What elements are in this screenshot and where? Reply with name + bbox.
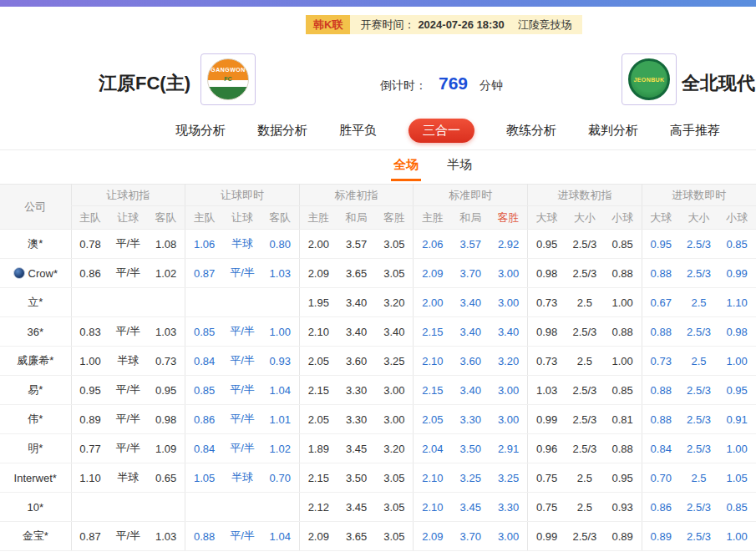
odds-cell[interactable]: 1.00 [261,317,300,347]
odds-cell[interactable]: 2.5/3 [680,522,718,551]
odds-cell[interactable]: 2.09 [414,522,452,551]
company-cell[interactable]: Crow* [0,259,71,288]
odds-cell[interactable]: 0.88 [642,317,680,347]
odds-cell[interactable]: 3.60 [451,347,490,376]
odds-cell[interactable]: 1.05 [718,463,756,493]
odds-cell[interactable]: 平/半 [223,259,261,288]
odds-cell[interactable]: 3.00 [490,259,528,288]
odds-cell[interactable]: 0.88 [642,405,680,434]
scope-tab-2[interactable]: 半场 [444,150,474,181]
odds-cell[interactable]: 平/半 [223,376,261,405]
nav-tab-3[interactable]: 胜平负 [339,123,377,139]
odds-cell[interactable]: 平/半 [223,434,261,463]
odds-cell[interactable]: 3.45 [451,493,490,522]
odds-cell[interactable]: 1.00 [718,434,756,463]
nav-tab-6[interactable]: 裁判分析 [588,123,638,139]
odds-cell[interactable]: 0.86 [642,493,680,522]
odds-cell[interactable]: 0.85 [185,376,224,405]
company-cell[interactable]: 36* [0,317,71,347]
odds-cell[interactable]: 1.01 [261,405,300,434]
odds-cell[interactable]: 0.80 [261,230,300,259]
odds-cell[interactable]: 1.05 [185,463,224,493]
odds-cell[interactable]: 3.57 [451,230,490,259]
odds-cell[interactable]: 平/半 [223,522,261,551]
odds-cell[interactable]: 0.86 [185,405,224,434]
odds-cell[interactable] [185,493,224,522]
nav-tab-1[interactable]: 现场分析 [175,123,226,139]
odds-cell[interactable]: 0.85 [718,493,756,522]
nav-tab-7[interactable]: 高手推荐 [670,123,720,139]
odds-cell[interactable]: 0.98 [718,317,756,347]
odds-cell[interactable]: 2.10 [414,347,452,376]
odds-cell[interactable]: 2.09 [414,259,452,288]
odds-cell[interactable]: 3.00 [490,288,528,317]
odds-cell[interactable]: 0.88 [642,376,680,405]
odds-cell[interactable]: 3.70 [451,259,490,288]
company-cell[interactable]: 澳* [0,230,71,259]
odds-cell[interactable]: 2.5/3 [680,259,718,288]
company-cell[interactable]: 金宝* [0,522,71,551]
company-cell[interactable]: 明* [0,434,71,463]
odds-cell[interactable]: 2.5 [680,463,718,493]
odds-cell[interactable]: 2.5 [680,347,718,376]
odds-cell[interactable]: 半球 [223,463,261,493]
odds-cell[interactable]: 0.84 [185,434,224,463]
odds-cell[interactable]: 0.89 [642,522,680,551]
scope-tab-1[interactable]: 全场 [391,150,421,181]
nav-tab-4[interactable]: 三合一 [408,119,474,143]
odds-cell[interactable]: 1.04 [261,376,300,405]
odds-cell[interactable]: 2.15 [414,317,452,347]
odds-cell[interactable]: 3.40 [451,376,490,405]
odds-cell[interactable]: 0.93 [261,347,300,376]
odds-cell[interactable]: 0.95 [642,230,680,259]
odds-cell[interactable]: 2.15 [414,376,452,405]
odds-cell[interactable]: 1.06 [185,230,224,259]
odds-cell[interactable]: 0.70 [261,463,300,493]
odds-cell[interactable]: 1.02 [261,434,300,463]
odds-cell[interactable]: 2.04 [414,434,452,463]
odds-cell[interactable]: 0.95 [718,376,756,405]
odds-cell[interactable]: 3.50 [451,434,490,463]
odds-cell[interactable]: 2.5/3 [680,317,718,347]
odds-cell[interactable]: 3.30 [490,493,528,522]
company-cell[interactable]: 立* [0,288,71,317]
odds-cell[interactable]: 0.73 [642,347,680,376]
odds-cell[interactable]: 1.00 [718,347,756,376]
odds-cell[interactable]: 2.5/3 [680,434,718,463]
odds-cell[interactable]: 3.40 [451,288,490,317]
odds-cell[interactable]: 3.70 [451,522,490,551]
odds-cell[interactable] [261,493,300,522]
odds-cell[interactable]: 2.5/3 [680,405,718,434]
company-cell[interactable]: Interwet* [0,463,71,493]
odds-cell[interactable]: 2.10 [414,463,452,493]
odds-cell[interactable]: 0.84 [642,434,680,463]
odds-cell[interactable]: 3.30 [451,405,490,434]
odds-cell[interactable]: 0.91 [718,405,756,434]
odds-cell[interactable]: 平/半 [223,347,261,376]
odds-cell[interactable]: 3.40 [490,317,528,347]
odds-cell[interactable]: 2.5/3 [680,230,718,259]
odds-cell[interactable]: 3.20 [490,347,528,376]
nav-tab-2[interactable]: 数据分析 [257,123,307,139]
odds-cell[interactable]: 1.03 [261,259,300,288]
odds-cell[interactable]: 0.70 [642,463,680,493]
odds-cell[interactable]: 2.92 [490,230,528,259]
league-badge[interactable]: 韩K联 [306,15,350,34]
company-cell[interactable]: 威廉希* [0,347,71,376]
odds-cell[interactable] [185,288,224,317]
odds-cell[interactable]: 0.67 [642,288,680,317]
odds-cell[interactable]: 0.84 [185,347,224,376]
odds-cell[interactable] [223,493,261,522]
odds-cell[interactable]: 1.10 [718,288,756,317]
company-cell[interactable]: 伟* [0,405,71,434]
odds-cell[interactable]: 2.10 [414,493,452,522]
odds-cell[interactable]: 3.00 [490,376,528,405]
odds-cell[interactable]: 3.25 [451,463,490,493]
odds-cell[interactable]: 平/半 [223,405,261,434]
odds-cell[interactable]: 平/半 [223,317,261,347]
odds-cell[interactable]: 2.05 [414,405,452,434]
company-cell[interactable]: 10* [0,493,71,522]
odds-cell[interactable]: 2.5/3 [680,493,718,522]
odds-cell[interactable]: 0.85 [185,317,224,347]
odds-cell[interactable]: 半球 [223,230,261,259]
